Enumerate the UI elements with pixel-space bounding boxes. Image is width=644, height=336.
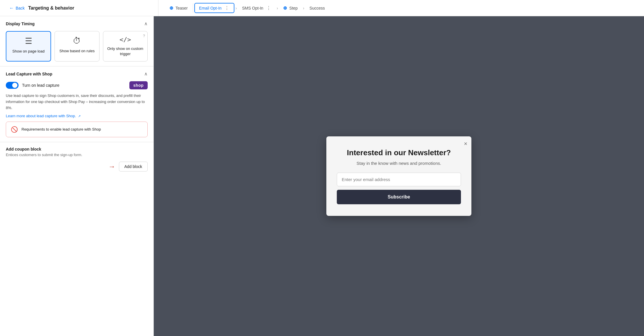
lead-capture-section: Lead Capture with Shop ∧ Turn on lead ca… — [0, 66, 153, 142]
lead-capture-toggle-row: Turn on lead capture shop — [6, 81, 148, 89]
timing-card-page-load[interactable]: ☰ Show on page load — [6, 31, 51, 62]
lead-capture-description: Use lead capture to sign Shop customers … — [6, 93, 148, 111]
subscribe-button[interactable]: Subscribe — [337, 190, 461, 204]
add-step-icon: ⊕ — [283, 5, 287, 11]
timing-card-rules[interactable]: ⏱ Show based on rules — [55, 31, 99, 62]
sms-optin-label: SMS Opt-In — [242, 6, 263, 10]
lead-capture-toggle[interactable] — [6, 82, 19, 89]
coupon-block-section: Add coupon block Entices customers to su… — [0, 142, 153, 176]
add-teaser-icon: ⊕ — [169, 5, 173, 11]
back-button[interactable]: ← Back — [9, 6, 25, 11]
display-timing-header: Display Timing ∧ — [6, 21, 148, 26]
success-label: Success — [310, 6, 325, 10]
external-link-icon: ↗ — [78, 114, 81, 118]
nav-divider-1 — [193, 3, 193, 13]
timing-card-custom-trigger[interactable]: ? </> Only show on custom trigger — [103, 31, 148, 62]
custom-trigger-icon: </> — [120, 36, 131, 43]
email-optin-menu-icon[interactable]: ⋮ — [224, 5, 230, 11]
sms-optin-menu-icon[interactable]: ⋮ — [266, 5, 272, 11]
right-panel-preview: × Interested in our Newsletter? Stay in … — [154, 16, 644, 336]
email-optin-label: Email Opt-In — [199, 6, 222, 10]
rules-icon: ⏱ — [73, 36, 81, 46]
nav-step-sms-optin[interactable]: SMS Opt-In ⋮ — [238, 3, 276, 12]
shop-badge: shop — [129, 81, 148, 89]
modal-subtitle: Stay in the know with news and promotion… — [337, 161, 461, 166]
rules-label: Show based on rules — [59, 48, 95, 54]
lead-capture-title: Lead Capture with Shop — [6, 72, 52, 76]
lead-capture-header: Lead Capture with Shop ∧ — [6, 71, 148, 77]
arrow-right-icon: → — [108, 162, 115, 171]
modal-close-button[interactable]: × — [464, 140, 467, 147]
page-load-icon: ☰ — [25, 36, 32, 46]
main-layout: Display Timing ∧ ☰ Show on page load ⏱ S… — [0, 16, 644, 336]
modal-title: Interested in our Newsletter? — [337, 148, 461, 158]
toggle-slider — [6, 82, 19, 89]
nav-step-step[interactable]: ⊕ Step — [279, 3, 302, 12]
back-arrow-icon: ← — [9, 6, 14, 11]
coupon-block-title: Add coupon block — [6, 147, 148, 151]
custom-trigger-label: Only show on custom trigger — [107, 46, 144, 57]
nav-chevron-2: › — [276, 6, 279, 10]
toggle-label: Turn on lead capture — [22, 83, 59, 88]
add-block-button[interactable]: Add block — [119, 162, 148, 171]
coupon-add-row: → Add block — [6, 162, 148, 171]
left-panel: Display Timing ∧ ☰ Show on page load ⏱ S… — [0, 16, 154, 336]
learn-more-link[interactable]: Learn more about lead capture with Shop.… — [6, 114, 81, 118]
page-title: Targeting & behavior — [28, 6, 74, 11]
learn-more-text: Learn more about lead capture with Shop. — [6, 114, 76, 118]
timing-cards: ☰ Show on page load ⏱ Show based on rule… — [6, 31, 148, 62]
display-timing-section: Display Timing ∧ ☰ Show on page load ⏱ S… — [0, 16, 153, 66]
coupon-block-description: Entices customers to submit the sign-up … — [6, 153, 148, 157]
page-load-label: Show on page load — [12, 49, 45, 54]
step-label: Step — [289, 6, 298, 10]
nav-chevron-3: › — [302, 6, 305, 10]
display-timing-title: Display Timing — [6, 21, 35, 26]
nav-steps: ⊕ Teaser Email Opt-In ⋮ › SMS Opt-In ⋮ ›… — [158, 3, 639, 13]
display-timing-collapse-button[interactable]: ∧ — [144, 21, 148, 26]
top-nav: ← Back Targeting & behavior ⊕ Teaser Ema… — [0, 0, 644, 16]
newsletter-modal: × Interested in our Newsletter? Stay in … — [326, 136, 471, 216]
requirements-warning-icon: 🚫 — [11, 126, 18, 133]
lead-capture-collapse-button[interactable]: ∧ — [144, 71, 148, 77]
back-label: Back — [16, 6, 25, 10]
left-panel-header: ← Back Targeting & behavior — [5, 0, 158, 16]
requirements-text: Requirements to enable lead capture with… — [21, 127, 101, 132]
arrow-indicator: → — [108, 162, 115, 171]
nav-step-success[interactable]: Success — [305, 4, 329, 12]
nav-step-email-optin[interactable]: Email Opt-In ⋮ — [194, 3, 234, 13]
nav-chevron-1: › — [234, 6, 238, 10]
teaser-step-label: Teaser — [176, 6, 188, 10]
nav-step-teaser[interactable]: ⊕ Teaser — [165, 3, 192, 12]
lead-capture-left: Turn on lead capture — [6, 82, 59, 89]
requirements-box[interactable]: 🚫 Requirements to enable lead capture wi… — [6, 122, 148, 137]
email-input[interactable] — [337, 173, 461, 186]
custom-trigger-help-icon[interactable]: ? — [143, 34, 145, 38]
